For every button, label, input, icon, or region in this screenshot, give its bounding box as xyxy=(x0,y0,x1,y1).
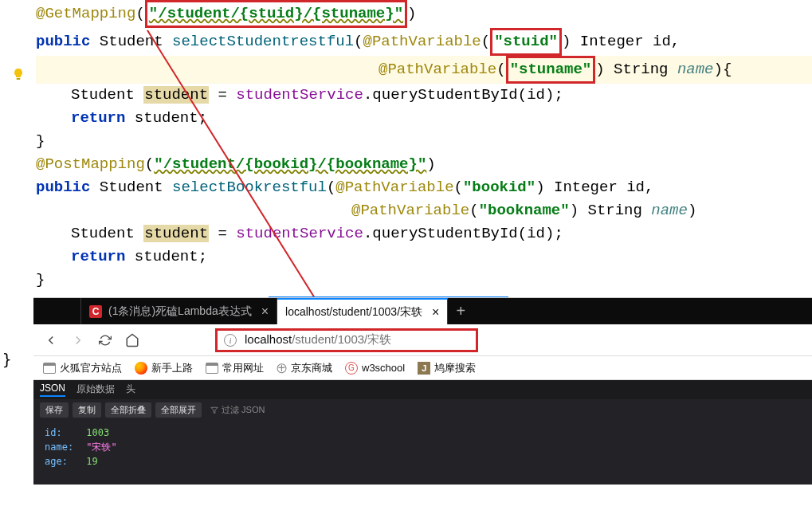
url-text: localhost/student/1003/宋轶 xyxy=(245,332,391,347)
code-line: Student student = studentService.querySt… xyxy=(36,222,812,245)
devtools-tabs: JSON 原始数据 头 xyxy=(33,380,812,399)
code-line: @GetMapping("/student/{stuid}/{stuname}"… xyxy=(36,0,812,28)
code-line: return student; xyxy=(36,107,812,130)
filter-input[interactable]: 过滤 JSON xyxy=(210,404,265,416)
url-bar[interactable]: i localhost/student/1003/宋轶 xyxy=(215,328,478,352)
code-line: @PostMapping("/student/{bookid}/{booknam… xyxy=(36,153,812,176)
bookmark-item[interactable]: J鸠摩搜索 xyxy=(418,361,476,375)
w3-icon: G xyxy=(345,362,358,375)
folder-icon xyxy=(43,363,56,374)
devtools-tab-headers[interactable]: 头 xyxy=(126,383,135,397)
browser-toolbar: i localhost/student/1003/宋轶 xyxy=(33,324,812,356)
highlight-box: "/student/{stuid}/{stuname}" xyxy=(145,0,407,28)
bookmarks-bar: 火狐官方站点 新手上路 常用网址 ㊉京东商城 Gw3school J鸠摩搜索 xyxy=(33,356,812,380)
code-brace: } xyxy=(2,351,11,368)
close-icon[interactable]: × xyxy=(261,304,269,319)
json-viewer: id: 1003 name: "宋轶" age: 19 xyxy=(33,421,812,485)
code-line: @PathVariable("bookname") String name) xyxy=(36,199,812,222)
devtools-tab-json[interactable]: JSON xyxy=(40,383,65,397)
code-line: @PathVariable("stuname") String name){ xyxy=(36,56,812,84)
browser-tab-active[interactable]: localhost/student/1003/宋轶 × xyxy=(277,298,448,324)
bookmark-item[interactable]: 火狐官方站点 xyxy=(43,361,122,375)
devtools-tab-raw[interactable]: 原始数据 xyxy=(76,383,115,397)
code-line: Student student = studentService.querySt… xyxy=(36,84,812,107)
browser-window: C (1条消息)死磕Lambda表达式 × localhost/student/… xyxy=(33,297,812,485)
annotation: @GetMapping xyxy=(36,5,135,22)
code-line: } xyxy=(36,269,812,292)
code-line: return student; xyxy=(36,245,812,269)
devtools-toolbar: 保存 复制 全部折叠 全部展开 过滤 JSON xyxy=(33,399,812,421)
j-icon: J xyxy=(418,362,430,375)
save-button[interactable]: 保存 xyxy=(40,402,69,418)
code-line: public Student selectBookrestful(@PathVa… xyxy=(36,176,812,199)
forward-button[interactable] xyxy=(70,332,86,348)
code-line: public Student selectStudentrestful(@Pat… xyxy=(36,28,812,56)
json-row[interactable]: name: "宋轶" xyxy=(45,440,801,454)
new-tab-button[interactable]: + xyxy=(448,298,473,324)
expand-all-button[interactable]: 全部展开 xyxy=(155,402,202,418)
firefox-icon xyxy=(135,362,147,375)
bookmark-item[interactable]: 新手上路 xyxy=(135,361,193,375)
bookmark-item[interactable]: ㊉京东商城 xyxy=(277,361,332,375)
code-line: } xyxy=(36,130,812,153)
browser-tab[interactable]: C (1条消息)死磕Lambda表达式 × xyxy=(81,298,277,324)
lightbulb-icon[interactable] xyxy=(12,65,25,78)
collapse-all-button[interactable]: 全部折叠 xyxy=(105,402,151,418)
home-button[interactable] xyxy=(124,332,140,348)
bookmark-item[interactable]: 常用网址 xyxy=(206,361,264,375)
svg-rect-0 xyxy=(17,78,21,80)
json-row[interactable]: age: 19 xyxy=(45,454,801,469)
json-row[interactable]: id: 1003 xyxy=(45,426,801,440)
tab-bar: C (1条消息)死磕Lambda表达式 × localhost/student/… xyxy=(33,298,812,324)
back-button[interactable] xyxy=(43,332,59,348)
folder-icon xyxy=(206,363,218,374)
code-editor[interactable]: @GetMapping("/student/{stuid}/{stuname}"… xyxy=(0,0,812,292)
copy-button[interactable]: 复制 xyxy=(73,402,101,418)
globe-icon: ㊉ xyxy=(277,361,287,375)
tab-label: localhost/student/1003/宋轶 xyxy=(285,305,422,320)
info-icon[interactable]: i xyxy=(224,334,237,347)
bookmark-item[interactable]: Gw3school xyxy=(345,362,405,375)
tab-label: (1条消息)死磕Lambda表达式 xyxy=(108,304,252,319)
close-icon[interactable]: × xyxy=(432,305,439,320)
reload-button[interactable] xyxy=(97,332,113,348)
csdn-icon: C xyxy=(89,305,102,318)
